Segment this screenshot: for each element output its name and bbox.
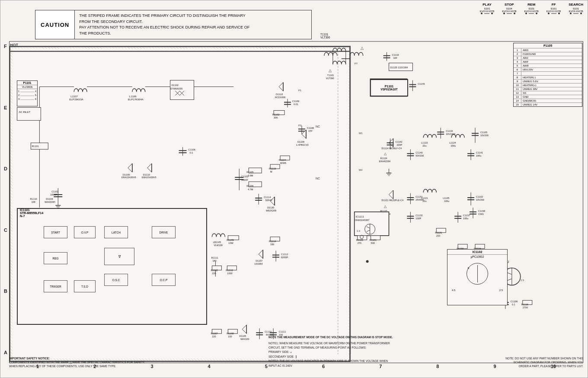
- caution-text: THE STRIPED FRAME INDICATES THE PRIMARY …: [75, 10, 254, 39]
- ff-label: FF: [552, 3, 556, 6]
- svg-text:25V500: 25V500: [415, 199, 424, 201]
- stop-button-group: STOP S104 EVO11107B: [502, 3, 516, 14]
- svg-text:L1122: L1122: [421, 141, 428, 144]
- stop-label: STOP: [505, 3, 514, 6]
- svg-text:2700: 2700: [523, 306, 528, 309]
- svg-text:100u: 100u: [451, 144, 456, 147]
- svg-text:C1151: C1151: [415, 195, 422, 198]
- svg-text:210: 210: [436, 234, 440, 237]
- connector-row: 2FGROUND: [514, 52, 582, 56]
- reg-block: REG: [44, 252, 67, 264]
- svg-text:L1124: L1124: [449, 141, 456, 144]
- connector-row: 3AW2: [514, 56, 582, 60]
- stop-mode-note: NOTE THE MEASUREMENT MODE OF THE DC VOLT…: [268, 335, 433, 340]
- col-5: 5: [265, 364, 268, 369]
- connector-row: 7: [514, 72, 582, 76]
- rem-label: REM: [527, 3, 535, 6]
- contact-dot: [481, 13, 483, 14]
- row-a: A: [4, 350, 7, 355]
- svg-text:R1121: R1121: [435, 231, 442, 234]
- svg-marker-139: [389, 190, 393, 199]
- rem-button-group: REM S101 EVO11107B: [524, 3, 539, 14]
- safety-line2: WHEN REPLACING ANY OF THESE COMPONENTS, …: [9, 364, 147, 368]
- ic1102-block: IC1102 μPC1093J B 4.52.5: [447, 249, 508, 305]
- svg-text:R1124: R1124: [380, 157, 387, 160]
- svg-text:ERA42284: ERA42284: [379, 213, 390, 215]
- safety-notice-title: IMPORTANT SAFETY NOTICE:: [9, 356, 147, 360]
- connector-row: 8HEATER(-): [514, 76, 582, 80]
- row-d: D: [4, 166, 7, 171]
- right-note1: NOTE: DO NOT USE ANY PART NUMBER SHOWN O…: [488, 356, 583, 360]
- triiger-block: TRIIGER: [44, 280, 67, 292]
- osc-block: O.S.C: [104, 274, 128, 286]
- svg-text:C1145: C1145: [418, 83, 425, 85]
- svg-text:△: △: [384, 205, 387, 208]
- svg-text:ERA42284: ERA42284: [379, 160, 390, 163]
- svg-text:10V200: 10V200: [476, 199, 484, 201]
- svg-text:1.0: 1.0: [357, 230, 361, 232]
- contact-dot: [536, 13, 537, 14]
- connector-row: 10HEATER(+): [514, 83, 582, 87]
- svg-text:R1101: R1101: [370, 239, 377, 241]
- connector-row: 11UNREG 38V: [514, 87, 582, 91]
- contact-dot: [525, 13, 527, 14]
- connector-row: 5AWR: [514, 64, 582, 68]
- svg-text:500: 500: [371, 242, 375, 244]
- t1101-label: T1101VLT390: [320, 33, 330, 39]
- connector-row: 14GND(MCR): [514, 99, 582, 103]
- connector-title: P1105: [514, 43, 582, 48]
- contact-dot: [491, 13, 493, 14]
- note1-line1: CIRCUIT, SET THE GND TERMINAL OF MEASURI…: [268, 346, 433, 350]
- svg-rect-192: [358, 236, 367, 240]
- svg-text:C1132: C1132: [415, 214, 422, 217]
- svg-text:50V100: 50V100: [415, 154, 424, 157]
- vsf-regulator: P1101 VSF015A10T: [370, 79, 408, 96]
- row-e: E: [4, 105, 7, 110]
- contact-dot: [570, 13, 572, 14]
- col-8: 8: [436, 364, 439, 369]
- connector-row: 15UNREG 14V: [514, 103, 582, 106]
- svg-text:W2: W2: [359, 169, 363, 171]
- note1-title: NOTE1: WHEN MEASURE THE VOLTAGE OR WAVEF…: [268, 341, 433, 346]
- start-block: START: [44, 226, 67, 238]
- caution-box: CAUTION THE STRIPED FRAME INDICATES THE …: [35, 10, 312, 39]
- svg-text:10V1000: 10V1000: [446, 133, 455, 135]
- svg-line-179: [367, 230, 370, 232]
- p1101-part: VSF015A10T: [380, 88, 397, 91]
- svg-text:C1102: C1102: [476, 195, 483, 198]
- drive-block: DRIVE: [152, 226, 176, 238]
- svg-text:C001: C001: [478, 213, 484, 215]
- svg-text:C1140: C1140: [415, 151, 422, 154]
- svg-rect-204: [475, 244, 485, 249]
- ic1102-label: IC1102: [447, 250, 507, 255]
- bottom-notes-right: NOTE: DO NOT USE ANY PART NUMBER SHOWN O…: [488, 356, 583, 368]
- col-3: 3: [150, 364, 153, 369]
- svg-text:C1116: C1116: [392, 54, 399, 56]
- svg-text:270: 270: [358, 242, 361, 244]
- svg-text:10F: 10F: [393, 57, 397, 59]
- contact-dot: [514, 13, 515, 14]
- svg-text:C1105: C1105: [480, 131, 487, 134]
- ic1101-label: IC1101STR-M6559LF14N-7: [20, 208, 43, 218]
- top-button-bar: PLAY S101 EVO11107B STOP S104 EVO11107B …: [480, 3, 583, 14]
- svg-line-178: [367, 227, 370, 228]
- search-label: SEARCH: [569, 3, 583, 6]
- svg-text:22u: 22u: [422, 144, 426, 147]
- svg-rect-198: [436, 228, 446, 233]
- svg-text:C1158: C1158: [478, 210, 485, 212]
- svg-rect-195: [371, 236, 380, 240]
- svg-text:D1114 RK56LF-C4: D1114 RK56LF-C4: [382, 147, 402, 150]
- svg-rect-97: [389, 63, 412, 71]
- svg-text:△: △: [384, 152, 387, 156]
- connector-row: 13GND: [514, 95, 582, 99]
- svg-text:IC1111: IC1111: [356, 215, 364, 218]
- svg-text:100P: 100P: [415, 217, 421, 220]
- svg-text:L1125: L1125: [443, 197, 449, 199]
- right-note2: SCHEMATIC DIAGRAM FOR ORDERING. WHEN YOU: [488, 360, 583, 364]
- ic1101-block: IC1101STR-M6559LF14N-7 START O.V.P LATCH…: [17, 208, 207, 325]
- contact-dot: [558, 13, 560, 14]
- tsd-block: T.S.D: [74, 280, 96, 292]
- svg-rect-201: [458, 244, 467, 249]
- svg-text:C1157: C1157: [463, 214, 470, 217]
- note1-secondary: SECONDARY SIDE: ∥: [268, 355, 433, 359]
